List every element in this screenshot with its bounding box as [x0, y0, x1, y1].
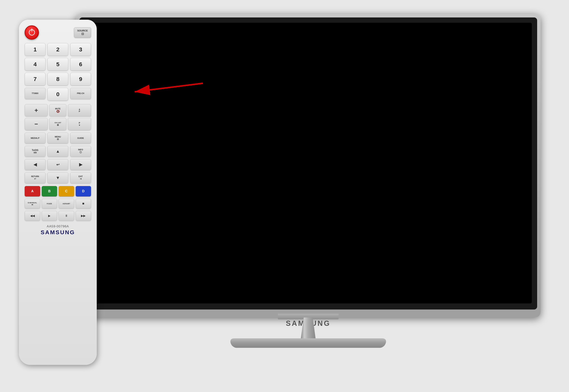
- color-c-label: C: [65, 189, 68, 193]
- up-button[interactable]: ▲: [47, 146, 68, 157]
- ch-list-button[interactable]: CH LIST ⊞: [49, 118, 66, 130]
- btn-1[interactable]: 1: [25, 43, 45, 56]
- ad-subt-label: AD/SUBT: [63, 203, 70, 205]
- btn-9[interactable]: 9: [70, 73, 91, 85]
- btn-3[interactable]: 3: [70, 43, 91, 56]
- right-icon: ▶: [79, 162, 82, 167]
- remote-control: SOURCE ⊡ 1 2 3 4 5 6 7 8 9 TTI/MIX 0 PRE…: [19, 20, 97, 365]
- guide-label: GUIDE: [77, 137, 84, 139]
- down-icon: ▼: [56, 175, 60, 180]
- btn-color-b[interactable]: B: [42, 186, 57, 196]
- return-button[interactable]: RETURN ↩: [25, 172, 45, 183]
- ch-up-p-label: P: [79, 110, 80, 112]
- source-label: SOURCE: [77, 29, 88, 32]
- menu-button[interactable]: MENU ⊟: [47, 133, 68, 144]
- guide-button[interactable]: GUIDE: [70, 133, 91, 144]
- up-icon: ▲: [56, 149, 60, 154]
- down-button[interactable]: ▼: [47, 172, 68, 183]
- p-size-button[interactable]: P.SIZE: [42, 199, 57, 209]
- btn-0[interactable]: 0: [47, 88, 68, 101]
- color-b-label: B: [48, 189, 51, 193]
- exit-icon: ⇥: [80, 178, 82, 180]
- ch-up-button[interactable]: ▲ P: [68, 104, 91, 116]
- volume-block: + −: [25, 104, 48, 130]
- color-a-label: A: [31, 189, 34, 193]
- enter-icon: ↩: [56, 162, 60, 167]
- vol-minus-button[interactable]: −: [25, 118, 48, 130]
- func-row: E-MANUAL ⏮ P.SIZE AD/SUBT ■: [23, 199, 93, 209]
- left-button[interactable]: ◀: [25, 159, 45, 170]
- menu-label: MENU: [55, 136, 61, 138]
- tv-screen: [84, 23, 532, 303]
- ad-subt-button[interactable]: AD/SUBT: [59, 199, 74, 209]
- return-icon: ↩: [34, 178, 36, 180]
- rewind-icon: ◀◀: [30, 214, 35, 218]
- ff-icon: ▶▶: [81, 214, 85, 218]
- tv-stand-base: [242, 336, 375, 352]
- vol-p-section: + − MUTE 🔇 CH LIST ⊞ ▲ P: [23, 104, 93, 130]
- stop-button[interactable]: ■: [76, 199, 91, 209]
- btn-2[interactable]: 2: [47, 43, 68, 56]
- color-d-label: D: [82, 189, 84, 193]
- rde-row: RETURN ↩ ▼ EXIT ⇥: [23, 172, 93, 183]
- e-manual-label: E-MANUAL: [28, 202, 37, 204]
- ch-list-icon: ⊞: [57, 124, 59, 126]
- color-row: A B C D: [23, 186, 93, 196]
- source-button[interactable]: SOURCE ⊡: [74, 27, 91, 38]
- mmg-row: MEDIA.P MENU ⊟ GUIDE: [23, 133, 93, 144]
- ch-list-label: CH LIST: [55, 122, 61, 124]
- enter-button[interactable]: ↩: [47, 159, 68, 170]
- exit-label: EXIT: [79, 175, 83, 178]
- media-p-button[interactable]: MEDIA.P: [25, 133, 45, 144]
- scene: SAMSUNG SOURCE ⊡ 1: [10, 8, 559, 384]
- tools-button[interactable]: ToOlS ⊟⊟: [25, 146, 45, 157]
- return-label: RETURN: [31, 175, 39, 178]
- ch-up-label: ▲: [79, 108, 81, 110]
- ch-down-label: ▼: [79, 124, 81, 126]
- btn-6[interactable]: 6: [70, 58, 91, 71]
- tools-label: ToOlS: [32, 149, 38, 152]
- remote-top-row: SOURCE ⊡: [23, 25, 93, 40]
- btn-color-c[interactable]: C: [59, 186, 74, 196]
- transport-row: ◀◀ ▶ ⏸ ▶▶: [23, 211, 93, 221]
- mute-icon: 🔇: [56, 110, 60, 113]
- btn-color-a[interactable]: A: [25, 186, 40, 196]
- btn-tti-mix[interactable]: TTI/MIX: [25, 88, 45, 99]
- tools-icon: ⊟⊟: [34, 152, 37, 154]
- vol-plus-button[interactable]: +: [25, 104, 48, 116]
- btn-4[interactable]: 4: [25, 58, 45, 71]
- pause-button[interactable]: ⏸: [59, 211, 74, 221]
- info-button[interactable]: INFO ⓘ: [70, 146, 91, 157]
- ch-down-p-label: P: [79, 122, 80, 124]
- ch-down-button[interactable]: P ▼: [68, 118, 91, 130]
- play-button[interactable]: ▶: [42, 211, 57, 221]
- mute-ch-block: MUTE 🔇 CH LIST ⊞: [49, 104, 66, 130]
- source-icon: ⊡: [81, 32, 84, 36]
- mute-button[interactable]: MUTE 🔇: [49, 104, 66, 116]
- channel-block: ▲ P P ▼: [68, 104, 91, 130]
- power-button[interactable]: [25, 25, 39, 40]
- btn-8[interactable]: 8: [47, 73, 68, 85]
- pause-icon: ⏸: [65, 214, 68, 218]
- play-icon: ▶: [48, 214, 50, 218]
- menu-icon: ⊟: [57, 138, 59, 140]
- btn-pre-ch[interactable]: PRE-CH: [70, 88, 91, 99]
- rewind-button[interactable]: ◀◀: [25, 211, 40, 221]
- special-row: TTI/MIX 0 PRE-CH: [23, 88, 93, 101]
- e-manual-button[interactable]: E-MANUAL ⏮: [25, 199, 40, 209]
- ff-button[interactable]: ▶▶: [76, 211, 91, 221]
- e-manual-icon: ⏮: [31, 204, 33, 206]
- info-label: INFO: [78, 149, 83, 151]
- media-p-label: MEDIA.P: [31, 137, 40, 139]
- btn-7[interactable]: 7: [25, 73, 45, 85]
- btn-5[interactable]: 5: [47, 58, 68, 71]
- exit-button[interactable]: EXIT ⇥: [70, 172, 91, 183]
- number-grid: 1 2 3 4 5 6 7 8 9: [23, 43, 93, 85]
- mute-label: MUTE: [55, 108, 60, 110]
- right-button[interactable]: ▶: [70, 159, 91, 170]
- remote-model-number: AA59-00796A: [47, 224, 69, 228]
- btn-color-d[interactable]: D: [76, 186, 91, 196]
- tv: SAMSUNG: [76, 14, 541, 352]
- stop-icon: ■: [82, 202, 84, 206]
- tv-inner-bezel: [79, 17, 537, 309]
